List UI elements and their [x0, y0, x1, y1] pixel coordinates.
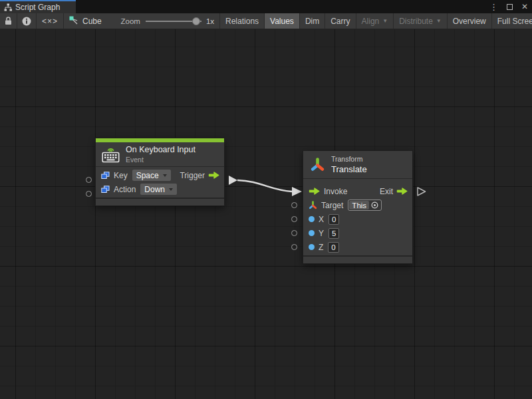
toolbar-button-distribute[interactable]: Distribute▼	[394, 13, 448, 29]
window-menu-icon[interactable]: ⋮	[489, 3, 498, 11]
lock-button[interactable]	[0, 13, 17, 29]
exit-port-triangle[interactable]	[418, 188, 426, 196]
value-port-dot	[309, 244, 315, 250]
node-header[interactable]: On Keyboard Input Event	[96, 142, 224, 166]
toolbar-button-align[interactable]: Align▼	[356, 13, 394, 29]
port-row-key: Key Space Trigger	[96, 168, 224, 182]
node-subtitle: Event	[126, 156, 196, 164]
port-row-target: Target This	[303, 198, 412, 212]
input-label-z: Z	[319, 243, 323, 252]
input-port-x[interactable]	[291, 216, 297, 222]
breadcrumb-graph-name[interactable]: Cube	[82, 17, 102, 26]
tab-script-graph[interactable]: Script Graph	[0, 0, 76, 13]
toolbar-button-fullscreen[interactable]: Full Screen	[492, 13, 532, 29]
graph-node-icon	[69, 16, 79, 26]
graph-hierarchy-icon	[4, 3, 12, 11]
lock-icon	[5, 17, 12, 25]
literal-icon	[101, 186, 110, 194]
toolbar-button-relations[interactable]: Relations	[220, 13, 265, 29]
edit-source-button[interactable]: <×>	[37, 13, 64, 29]
input-label-invoke: Invoke	[324, 187, 347, 196]
key-dropdown[interactable]: Space	[132, 170, 171, 181]
toolbar-button-dim[interactable]: Dim	[300, 13, 325, 29]
chevron-down-icon	[169, 188, 173, 191]
object-picker-icon	[371, 201, 378, 209]
tab-title: Script Graph	[15, 3, 60, 12]
input-port-key[interactable]	[86, 177, 92, 183]
info-button[interactable]	[17, 13, 37, 29]
graph-toolbar: <×> Cube Zoom 1x Relations Values Dim Ca…	[0, 13, 532, 29]
connection-layer	[0, 29, 532, 399]
port-row-y: Y 5	[303, 226, 412, 240]
action-dropdown[interactable]: Down	[140, 184, 177, 195]
window-close-icon[interactable]: ✕	[521, 3, 528, 11]
toolbar-button-carry[interactable]: Carry	[325, 13, 356, 29]
flow-arrow-icon	[309, 188, 320, 195]
flow-arrow-icon	[396, 188, 408, 195]
zoom-slider-handle[interactable]	[192, 17, 200, 25]
node-transform-translate[interactable]: Transform Translate Invoke Exit	[303, 150, 413, 264]
port-row-invoke: Invoke Exit	[303, 184, 412, 198]
zoom-value: 1x	[206, 17, 214, 25]
input-label-y: Y	[319, 229, 324, 238]
input-label-target: Target	[321, 201, 343, 210]
port-row-z: Z 0	[303, 240, 412, 254]
trigger-output-port[interactable]	[229, 176, 237, 185]
node-on-keyboard-input[interactable]: On Keyboard Input Event Key Space Trigge…	[95, 138, 225, 206]
node-footer	[303, 255, 412, 263]
node-category: Transform	[331, 155, 367, 163]
input-label-x: X	[319, 215, 324, 224]
zoom-label: Zoom	[120, 17, 140, 25]
chevron-down-icon	[163, 174, 167, 177]
zoom-slider[interactable]	[146, 21, 201, 22]
value-port-dot	[309, 230, 315, 236]
node-footer	[96, 198, 224, 205]
chevron-down-icon: ▼	[436, 18, 442, 24]
z-value-field[interactable]: 0	[328, 242, 338, 253]
toolbar-button-values[interactable]: Values	[265, 13, 300, 29]
node-title: Translate	[331, 164, 367, 174]
transform-axis-icon-small	[309, 201, 317, 209]
flow-arrow-icon	[208, 172, 219, 179]
transform-axis-icon	[310, 157, 325, 172]
output-label-trigger: Trigger	[180, 171, 205, 180]
value-port-dot	[309, 216, 315, 222]
input-port-target[interactable]	[291, 202, 297, 208]
x-value-field[interactable]: 0	[329, 214, 339, 225]
input-label-action: Action	[114, 185, 136, 194]
input-port-action[interactable]	[86, 191, 92, 197]
port-row-x: X 0	[303, 212, 412, 226]
toolbar-button-overview[interactable]: Overview	[448, 13, 492, 29]
keyboard-event-icon	[102, 146, 120, 163]
window-maximize-icon[interactable]	[507, 4, 513, 10]
code-icon: <×>	[42, 17, 58, 26]
node-header[interactable]: Transform Translate	[303, 151, 412, 178]
graph-canvas[interactable]: On Keyboard Input Event Key Space Trigge…	[0, 29, 532, 399]
node-title: On Keyboard Input	[126, 145, 196, 154]
input-port-y[interactable]	[291, 230, 297, 236]
window-tab-bar: Script Graph ⋮ ✕	[0, 0, 532, 13]
input-label-key: Key	[114, 171, 128, 180]
connection-wire[interactable]	[237, 180, 292, 192]
y-value-field[interactable]: 5	[329, 228, 339, 239]
port-row-action: Action Down	[96, 182, 224, 196]
chevron-down-icon: ▼	[382, 18, 388, 24]
literal-icon	[101, 172, 110, 180]
info-icon	[22, 17, 31, 26]
target-object-picker[interactable]: This	[348, 200, 382, 211]
wire-arrowhead-icon	[292, 187, 302, 196]
graph-breadcrumb-section: Cube Zoom 1x	[64, 13, 220, 29]
output-label-exit: Exit	[380, 187, 393, 196]
input-port-z[interactable]	[291, 244, 297, 250]
